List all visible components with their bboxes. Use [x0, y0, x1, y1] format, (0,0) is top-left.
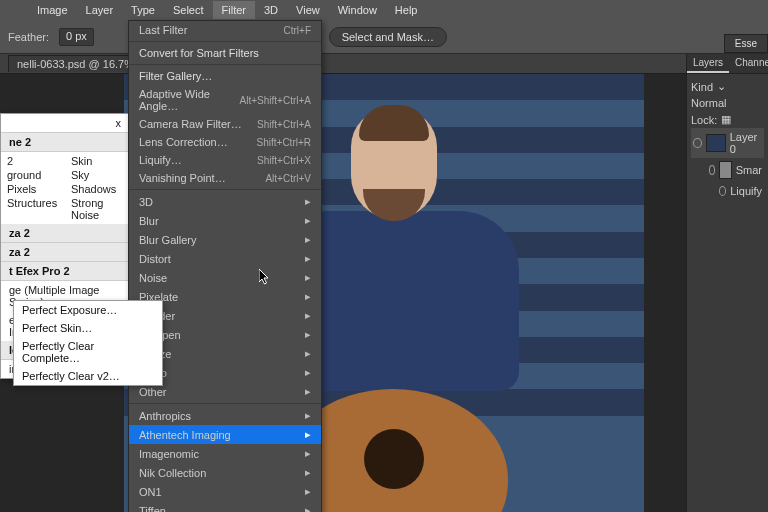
- submenu-item[interactable]: Perfectly Clear v2…: [14, 367, 162, 385]
- menu-item-smart-filters[interactable]: Convert for Smart Filters: [129, 44, 321, 62]
- menu-item-liquify[interactable]: Liquify…Shift+Ctrl+X: [129, 151, 321, 169]
- menu-item-distort[interactable]: Distort▸: [129, 249, 321, 268]
- plugin-section: za 2: [1, 224, 129, 243]
- chevron-right-icon: ▸: [305, 290, 311, 303]
- feather-input[interactable]: 0 px: [59, 28, 94, 46]
- filter-menu-dropdown: Last FilterCtrl+F Convert for Smart Filt…: [128, 20, 322, 512]
- submenu-item[interactable]: Perfect Skin…: [14, 319, 162, 337]
- chevron-right-icon: ▸: [305, 428, 311, 441]
- menu-item-anthropics[interactable]: Anthropics▸: [129, 406, 321, 425]
- menu-view[interactable]: View: [287, 1, 329, 19]
- layer-thumbnail[interactable]: [719, 161, 732, 179]
- layer-row[interactable]: Layer 0: [691, 128, 764, 158]
- chevron-right-icon: ▸: [305, 195, 311, 208]
- menu-image[interactable]: Image: [28, 1, 77, 19]
- menu-3d[interactable]: 3D: [255, 1, 287, 19]
- document-tabbar: nelli-0633.psd @ 16.7% (Layer 0, RGB,: [0, 54, 768, 74]
- chevron-down-icon: ⌄: [717, 80, 726, 93]
- menu-item-blur[interactable]: Blur▸: [129, 211, 321, 230]
- menu-item-nik[interactable]: Nik Collection▸: [129, 463, 321, 482]
- menu-item-lens-correction[interactable]: Lens Correction…Shift+Ctrl+R: [129, 133, 321, 151]
- chevron-right-icon: ▸: [305, 309, 311, 322]
- layer-row[interactable]: Smar: [691, 158, 764, 182]
- chevron-right-icon: ▸: [305, 233, 311, 246]
- plugin-section: za 2: [1, 243, 129, 262]
- chevron-right-icon: ▸: [305, 366, 311, 379]
- layers-panel: Layers Channels Pa Kind ⌄ Normal Lock:▦ …: [686, 54, 768, 512]
- chevron-right-icon: ▸: [305, 214, 311, 227]
- menu-item-on1[interactable]: ON1▸: [129, 482, 321, 501]
- kind-filter[interactable]: Kind: [691, 81, 713, 93]
- menu-filter[interactable]: Filter: [213, 1, 255, 19]
- layer-name[interactable]: Layer 0: [730, 131, 762, 155]
- visibility-icon[interactable]: [709, 165, 715, 175]
- visibility-icon[interactable]: [693, 138, 702, 148]
- chevron-right-icon: ▸: [305, 447, 311, 460]
- menu-item-noise[interactable]: Noise▸: [129, 268, 321, 287]
- menu-item-filter-gallery[interactable]: Filter Gallery…: [129, 67, 321, 85]
- menu-item-imagenomic[interactable]: Imagenomic▸: [129, 444, 321, 463]
- close-icon[interactable]: x: [1, 114, 129, 133]
- chevron-right-icon: ▸: [305, 252, 311, 265]
- menu-type[interactable]: Type: [122, 1, 164, 19]
- chevron-right-icon: ▸: [305, 328, 311, 341]
- plugin-option[interactable]: ground: [7, 168, 59, 182]
- menu-item-last-filter[interactable]: Last FilterCtrl+F: [129, 21, 321, 39]
- chevron-right-icon: ▸: [305, 385, 311, 398]
- plugin-option[interactable]: Skin: [71, 154, 123, 168]
- layer-name[interactable]: Smar: [736, 164, 762, 176]
- menu-help[interactable]: Help: [386, 1, 427, 19]
- layer-thumbnail[interactable]: [706, 134, 726, 152]
- chevron-right-icon: ▸: [305, 347, 311, 360]
- menu-item-vanishing-point[interactable]: Vanishing Point…Alt+Ctrl+V: [129, 169, 321, 187]
- chevron-right-icon: ▸: [305, 271, 311, 284]
- workspace-switcher[interactable]: Esse: [724, 34, 768, 53]
- layer-name[interactable]: Liquify: [730, 185, 762, 197]
- options-bar: Feather: 0 px Height: Select and Mask…: [0, 20, 768, 54]
- menu-item-3d[interactable]: 3D▸: [129, 192, 321, 211]
- plugin-section: ne 2: [1, 133, 129, 152]
- submenu-item[interactable]: Perfectly Clear Complete…: [14, 337, 162, 367]
- visibility-icon[interactable]: [719, 186, 726, 196]
- menu-layer[interactable]: Layer: [77, 1, 123, 19]
- menu-select[interactable]: Select: [164, 1, 213, 19]
- menu-item-adaptive-wide[interactable]: Adaptive Wide Angle…Alt+Shift+Ctrl+A: [129, 85, 321, 115]
- plugin-option[interactable]: Shadows: [71, 182, 123, 196]
- chevron-right-icon: ▸: [305, 485, 311, 498]
- chevron-right-icon: ▸: [305, 504, 311, 512]
- tab-layers[interactable]: Layers: [687, 54, 729, 73]
- plugin-section: t Efex Pro 2: [1, 262, 129, 281]
- lock-label: Lock:: [691, 114, 717, 126]
- menu-window[interactable]: Window: [329, 1, 386, 19]
- plugin-option[interactable]: Structures: [7, 196, 59, 210]
- chevron-right-icon: ▸: [305, 466, 311, 479]
- submenu-item[interactable]: Perfect Exposure…: [14, 301, 162, 319]
- plugin-option[interactable]: Pixels: [7, 182, 59, 196]
- plugin-option[interactable]: 2: [7, 154, 59, 168]
- submenu-perfectly-clear: Perfect Exposure… Perfect Skin… Perfectl…: [13, 300, 163, 386]
- menu-item-camera-raw[interactable]: Camera Raw Filter…Shift+Ctrl+A: [129, 115, 321, 133]
- select-and-mask-button[interactable]: Select and Mask…: [329, 27, 447, 47]
- app-menubar: Image Layer Type Select Filter 3D View W…: [0, 0, 768, 20]
- menu-item-blur-gallery[interactable]: Blur Gallery▸: [129, 230, 321, 249]
- menu-item-athentech[interactable]: Athentech Imaging▸: [129, 425, 321, 444]
- blend-mode-select[interactable]: Normal: [691, 97, 726, 109]
- layer-row[interactable]: Liquify: [691, 182, 764, 200]
- tab-channels[interactable]: Channels: [729, 54, 768, 73]
- lock-icon[interactable]: ▦: [721, 113, 731, 126]
- chevron-right-icon: ▸: [305, 409, 311, 422]
- plugin-option[interactable]: Sky: [71, 168, 123, 182]
- feather-label: Feather:: [8, 31, 49, 43]
- menu-item-tiffen[interactable]: Tiffen▸: [129, 501, 321, 512]
- plugin-option[interactable]: Strong Noise: [71, 196, 123, 222]
- cursor-icon: [259, 269, 271, 285]
